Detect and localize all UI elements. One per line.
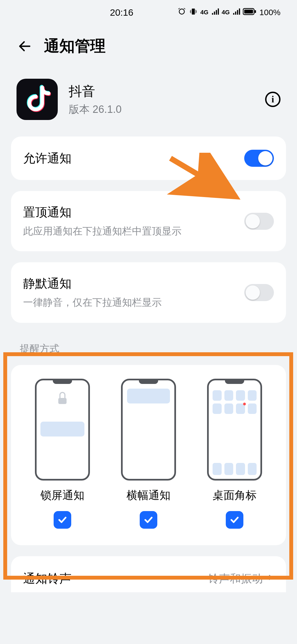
silent-notifications-sub: 一律静音，仅在下拉通知栏显示: [23, 296, 162, 309]
allow-notifications-label: 允许通知: [23, 150, 72, 167]
silent-notifications-toggle[interactable]: [244, 284, 274, 301]
pin-notifications-card: 置顶通知 此应用通知在下拉通知栏中置顶显示: [11, 191, 286, 251]
pin-notifications-toggle[interactable]: [244, 213, 274, 230]
app-name: 抖音: [69, 83, 254, 100]
app-icon-douyin: [16, 79, 58, 120]
alarm-icon: [177, 7, 186, 18]
app-info-row: 抖音 版本 26.1.0 i: [0, 70, 297, 137]
reminder-styles-card: 锁屏通知 横幅通知 桌面角标: [11, 365, 286, 545]
style-badge-label: 桌面角标: [213, 488, 257, 503]
allow-notifications-toggle[interactable]: [244, 150, 274, 167]
status-indicators: 4G 4G 100%: [177, 7, 280, 18]
style-banner[interactable]: 横幅通知: [110, 379, 187, 529]
signal-4g-icon: 4G: [200, 9, 208, 16]
style-lock-screen[interactable]: 锁屏通知: [24, 379, 101, 529]
silent-notifications-card: 静默通知 一律静音，仅在下拉通知栏显示: [11, 262, 286, 323]
style-badge[interactable]: 桌面角标: [196, 379, 273, 529]
allow-notifications-card: 允许通知: [11, 137, 286, 180]
phone-preview-banner: [121, 379, 176, 481]
style-banner-checkbox[interactable]: [140, 511, 157, 529]
phone-preview-badge: [207, 379, 262, 481]
style-banner-label: 横幅通知: [127, 488, 170, 503]
battery-percent: 100%: [259, 8, 280, 17]
signal-bars-icon-2: [232, 8, 240, 17]
style-badge-checkbox[interactable]: [226, 511, 243, 529]
status-bar: 20:16 4G 4G 100%: [0, 0, 297, 25]
style-lock-checkbox[interactable]: [54, 511, 71, 529]
style-lock-label: 锁屏通知: [40, 488, 84, 503]
app-info-button[interactable]: i: [265, 92, 280, 107]
notification-ringtone-value: 铃声和振动: [208, 571, 263, 586]
notification-ringtone-row[interactable]: 通知铃声 铃声和振动: [11, 556, 286, 592]
page-title: 通知管理: [44, 36, 106, 57]
phone-preview-lock: [35, 379, 90, 481]
battery-icon: [243, 8, 257, 17]
silent-notifications-label: 静默通知: [23, 275, 162, 292]
notification-ringtone-label: 通知铃声: [23, 571, 72, 587]
app-version: 版本 26.1.0: [69, 102, 254, 116]
svg-rect-2: [255, 10, 256, 13]
vibrate-icon: [189, 7, 198, 18]
status-time: 20:16: [66, 7, 177, 18]
title-bar: 通知管理: [0, 25, 297, 70]
svg-rect-1: [244, 10, 253, 13]
pin-notifications-sub: 此应用通知在下拉通知栏中置顶显示: [23, 224, 182, 238]
chevron-right-icon: [267, 572, 274, 585]
lock-icon: [58, 393, 67, 404]
pin-notifications-label: 置顶通知: [23, 204, 182, 220]
signal-4g-icon-2: 4G: [222, 9, 230, 16]
signal-bars-icon: [211, 8, 219, 17]
reminder-style-header: 提醒方式: [0, 334, 297, 365]
back-button[interactable]: [16, 38, 33, 54]
